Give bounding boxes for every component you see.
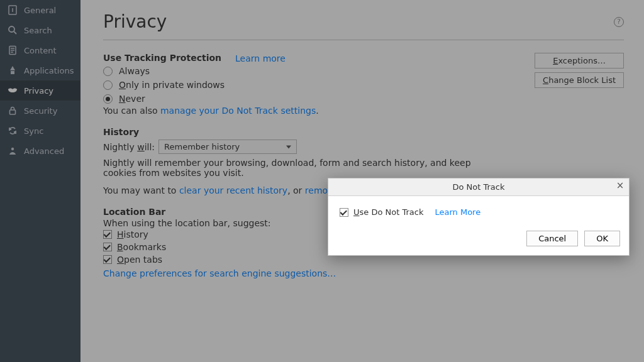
tracking-protection-section: Use Tracking Protection Learn more Alway… — [103, 53, 624, 116]
tracking-heading: Use Tracking Protection — [103, 53, 221, 63]
general-icon — [8, 5, 18, 15]
checkbox-label: HistoryHistory — [117, 229, 148, 239]
checkbox-label: Open tabsOpen tabs — [117, 255, 162, 265]
dialog-titlebar: Do Not Track × — [328, 178, 629, 196]
svg-point-2 — [9, 26, 14, 32]
sidebar-item-label: Privacy — [24, 86, 53, 96]
sidebar-item-label: Applications — [24, 66, 74, 75]
sidebar-item-label: Search — [24, 26, 52, 35]
advanced-icon — [8, 146, 18, 156]
tracking-radio-private[interactable]: OOnly in private windowsnly in private w… — [103, 78, 319, 92]
sidebar-item-advanced[interactable]: Advanced — [0, 141, 80, 161]
exceptions-button[interactable]: Exceptions…Exceptions… — [535, 53, 624, 69]
sync-icon — [8, 126, 18, 136]
preferences-sidebar: General Search Content Applications Priv… — [0, 0, 80, 362]
sidebar-item-label: Content — [24, 46, 57, 55]
search-icon — [8, 25, 18, 35]
history-will-label: Nightly will:Nightly will: — [103, 142, 155, 152]
sidebar-item-label: Security — [24, 106, 57, 116]
tracking-radio-always[interactable]: Always — [103, 64, 319, 78]
change-block-list-button[interactable]: Change Block ListChange Block List — [535, 72, 624, 88]
dialog-title: Do Not Track — [452, 182, 504, 192]
sidebar-item-applications[interactable]: Applications — [0, 60, 80, 80]
lock-icon — [8, 106, 18, 116]
radio-label: Always — [119, 66, 150, 76]
svg-rect-8 — [11, 71, 14, 74]
history-heading: History — [103, 127, 624, 137]
svg-rect-9 — [10, 110, 16, 114]
checkbox-label: BookmarksBookmarks — [117, 242, 166, 252]
sidebar-item-security[interactable]: Security — [0, 101, 80, 121]
use-dnt-checkbox[interactable]: Use Do Not TrackUse Do Not Track — [340, 206, 423, 218]
page-title: Privacy — [103, 11, 167, 32]
history-desc: Nightly will remember your browsing, dow… — [103, 158, 506, 178]
sidebar-item-sync[interactable]: Sync — [0, 121, 80, 141]
dialog-cancel-button[interactable]: Cancel — [526, 231, 578, 246]
svg-point-10 — [11, 148, 14, 150]
dialog-ok-button[interactable]: OK — [584, 231, 620, 246]
clear-history-link[interactable]: clear your recent history — [179, 185, 287, 195]
checkbox-label: Use Do Not TrackUse Do Not Track — [353, 207, 423, 217]
svg-line-3 — [14, 31, 16, 34]
history-mode-select[interactable]: Remember history — [158, 140, 297, 154]
document-icon — [8, 45, 18, 55]
dnt-note: You can also manage your Do Not Track se… — [103, 106, 319, 116]
radio-label: NeverNever — [119, 94, 145, 104]
close-icon: × — [616, 180, 625, 191]
sidebar-item-privacy[interactable]: Privacy — [0, 80, 80, 101]
help-icon[interactable]: ? — [614, 17, 624, 27]
sidebar-item-search[interactable]: Search — [0, 20, 80, 40]
do-not-track-dialog: Do Not Track × Use Do Not TrackUse Do No… — [328, 178, 630, 256]
mask-icon — [8, 85, 18, 96]
sidebar-item-general[interactable]: General — [0, 0, 80, 20]
sidebar-item-label: Sync — [24, 126, 43, 136]
search-suggestion-prefs-link[interactable]: Change preferences for search engine sug… — [103, 268, 624, 278]
app-root: General Search Content Applications Priv… — [0, 0, 644, 362]
dnt-learn-more-link[interactable]: Learn More — [435, 207, 480, 217]
tracking-radio-never[interactable]: NeverNever — [103, 92, 319, 106]
radio-label: OOnly in private windowsnly in private w… — [119, 80, 225, 90]
sidebar-item-content[interactable]: Content — [0, 40, 80, 60]
tracking-learn-more-link[interactable]: Learn more — [235, 53, 286, 63]
dialog-close-button[interactable]: × — [615, 181, 625, 191]
manage-dnt-link[interactable]: manage your Do Not Track settings — [160, 106, 316, 116]
applications-icon — [8, 65, 18, 75]
sidebar-item-label: General — [24, 6, 56, 15]
sidebar-item-label: Advanced — [24, 146, 64, 156]
